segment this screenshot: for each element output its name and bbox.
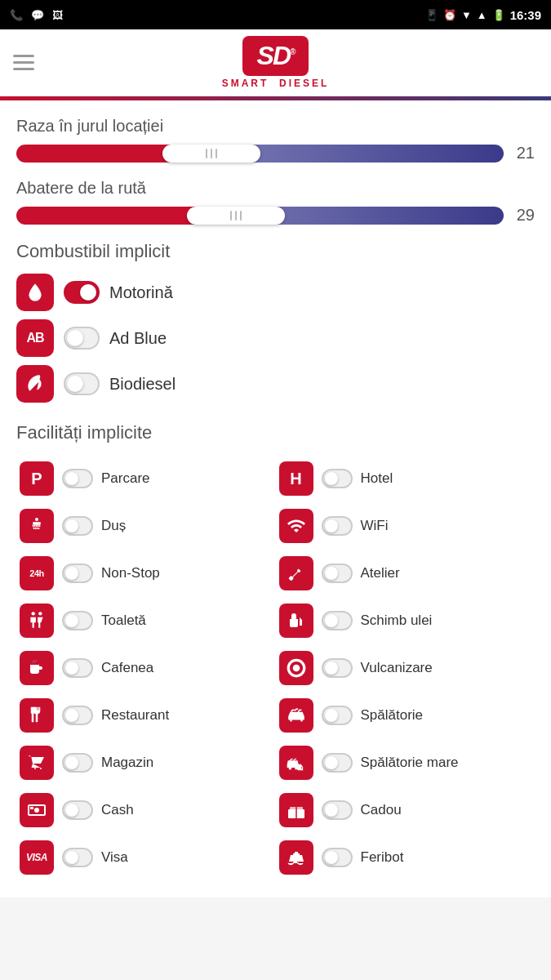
fuel-label-adblue: Ad Blue: [109, 329, 167, 348]
slider-raza-track[interactable]: [16, 145, 504, 163]
cash-svg: [27, 800, 47, 820]
oval-knob-spalatorie: [325, 709, 338, 722]
cart-svg: [27, 753, 47, 773]
facility-icon-truckwash: [279, 746, 313, 780]
checkbox-hotel[interactable]: [322, 469, 353, 488]
fuel-label-motorina: Motorină: [109, 283, 173, 302]
checkbox-parcare[interactable]: [62, 469, 93, 488]
facility-label-wifi: WiFi: [361, 518, 389, 534]
slider-raza-thumb[interactable]: [162, 145, 260, 163]
slider-abatere-thumb[interactable]: [187, 207, 285, 225]
checkbox-visa[interactable]: [62, 848, 93, 867]
facility-nonstop: 24h Non-Stop: [16, 550, 276, 597]
checkbox-dus[interactable]: [62, 516, 93, 536]
checkbox-motorina[interactable]: [64, 281, 100, 304]
facility-icon-wifi: [279, 509, 313, 543]
oval-knob-cadou: [325, 804, 338, 817]
oval-knob-cafenea: [65, 662, 78, 675]
checkbox-magazin[interactable]: [62, 753, 93, 773]
facility-label-parcare: Parcare: [101, 470, 150, 487]
facility-icon-wc: [20, 604, 54, 638]
checkbox-wifi[interactable]: [322, 516, 353, 536]
checkbox-atelier[interactable]: [322, 564, 353, 583]
checkbox-vulcanizare[interactable]: [322, 658, 353, 678]
facility-icon-cart: [20, 746, 54, 780]
hamburger-menu[interactable]: [13, 55, 34, 70]
facility-label-spalatorie: Spălătorie: [361, 707, 424, 724]
facility-spalatorie-mare: Spălătorie mare: [276, 739, 535, 786]
checkbox-feribot[interactable]: [322, 848, 353, 867]
svg-rect-7: [30, 807, 33, 809]
status-bar: 📞 💬 🖼 📱 ⏰ ▼ ▲ 🔋 16:39: [0, 0, 551, 29]
logo-container: SD® SMART DIESEL: [222, 36, 330, 89]
fuel-section: Combustibil implicit Motorină AB Ad Blue: [16, 241, 535, 403]
image-icon: 🖼: [52, 9, 63, 21]
facility-icon-parcare: P: [20, 461, 54, 496]
oval-knob-restaurant: [65, 709, 78, 722]
facility-schimb-ulei: Schimb ulei: [276, 597, 535, 644]
slider-raza-label: Raza în jurul locației: [16, 117, 535, 136]
facility-label-dus: Duș: [101, 518, 126, 534]
facility-restaurant: Restaurant: [16, 692, 276, 739]
status-right-icons: 📱 ⏰ ▼ ▲ 🔋 16:39: [425, 8, 541, 22]
checkbox-nonstop[interactable]: [62, 564, 93, 583]
message-icon: 💬: [31, 9, 44, 21]
checkbox-schimb-ulei[interactable]: [322, 611, 353, 630]
oval-knob-biodiesel: [67, 376, 83, 392]
alarm-icon: ⏰: [443, 9, 456, 21]
facility-feribot: Feribot: [276, 834, 535, 881]
signal-icon: ▲: [477, 9, 487, 21]
facility-spalatorie: Spălătorie: [276, 692, 535, 739]
oval-knob-wifi: [325, 519, 338, 532]
facility-wifi: WiFi: [276, 502, 535, 550]
checkbox-cash[interactable]: [62, 800, 93, 820]
status-left-icons: 📞 💬 🖼: [10, 9, 63, 21]
oval-knob-parcare: [65, 472, 78, 485]
checkbox-adblue[interactable]: [64, 327, 100, 350]
logo-box: SD®: [242, 36, 309, 76]
call-icon: 📱: [425, 9, 438, 21]
facility-icon-wrench: [279, 556, 313, 590]
oval-knob-cash: [65, 804, 78, 817]
checkbox-cafenea[interactable]: [62, 658, 93, 678]
slider-abatere-row: 29: [16, 206, 535, 225]
facility-icon-gift: [279, 793, 313, 827]
oil-svg: [287, 611, 306, 630]
facility-icon-coffee: [20, 651, 54, 685]
wrench-svg: [287, 564, 305, 582]
checkbox-restaurant[interactable]: [62, 706, 93, 725]
facility-label-nonstop: Non-Stop: [101, 565, 160, 581]
facility-label-schimb-ulei: Schimb ulei: [361, 612, 433, 629]
coffee-svg: [27, 658, 47, 678]
gift-svg: [287, 800, 306, 820]
checkbox-cadou[interactable]: [322, 800, 353, 820]
oval-knob-dus: [65, 519, 78, 532]
checkbox-spalatorie[interactable]: [322, 706, 353, 725]
facility-label-feribot: Feribot: [361, 849, 404, 866]
ferry-svg: [287, 848, 306, 867]
logo-diesel: DIESEL: [279, 78, 329, 89]
facilities-grid: P Parcare H Hotel Duș: [16, 455, 535, 881]
facility-icon-carwash: [279, 698, 313, 733]
battery-icon: 🔋: [492, 9, 505, 21]
facility-label-restaurant: Restaurant: [101, 707, 169, 724]
drop-svg: [24, 282, 46, 303]
fuel-section-title: Combustibil implicit: [16, 241, 535, 262]
facility-icon-cash: [20, 793, 54, 827]
facility-magazin: Magazin: [16, 739, 276, 786]
facilities-title: Facilități implicite: [16, 422, 535, 443]
logo-sd-text: SD®: [257, 41, 295, 71]
facility-icon-shower: [20, 509, 54, 543]
checkbox-biodiesel[interactable]: [64, 372, 100, 395]
facility-label-atelier: Atelier: [361, 565, 400, 581]
facility-visa: VISA Visa: [16, 834, 276, 881]
oval-knob-visa: [65, 851, 78, 864]
facilities-section: Facilități implicite P Parcare H Hotel D: [16, 422, 535, 881]
checkbox-toaleta[interactable]: [62, 611, 93, 630]
fork-svg: [27, 706, 47, 725]
checkbox-spalatorie-mare[interactable]: [322, 753, 353, 773]
slider-abatere-value: 29: [510, 206, 535, 225]
fuel-icon-ab: AB: [16, 319, 54, 357]
slider-abatere-track[interactable]: [16, 207, 504, 225]
facility-icon-tire: [279, 651, 313, 685]
